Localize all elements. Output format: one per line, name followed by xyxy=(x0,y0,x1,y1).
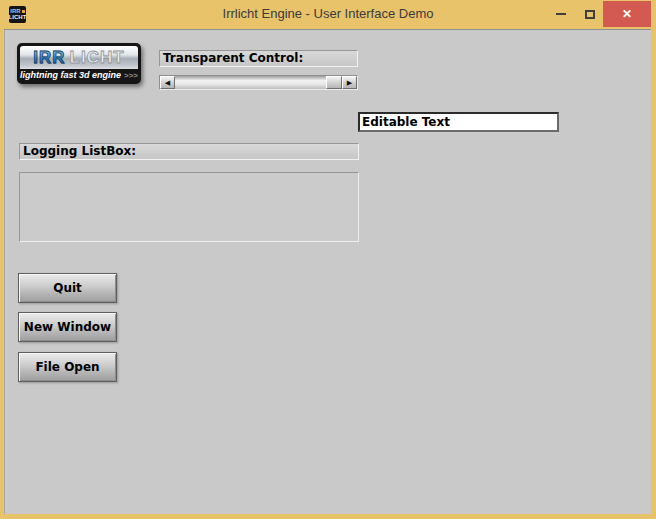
irrlicht-logo: IRR LICHT lightning fast 3d engine >>> xyxy=(17,43,141,84)
maximize-icon xyxy=(585,10,595,19)
client-area: IRR LICHT lightning fast 3d engine >>> T… xyxy=(4,29,651,514)
logo-licht-text: LICHT xyxy=(70,49,125,66)
maximize-button[interactable] xyxy=(576,1,603,27)
scrollbar-left-button[interactable]: ◀ xyxy=(160,76,175,89)
file-open-button[interactable]: File Open xyxy=(18,352,117,382)
close-icon: ✕ xyxy=(622,8,632,20)
minimize-icon xyxy=(556,13,566,15)
irrlicht-logo-wordmark: IRR LICHT xyxy=(20,46,138,69)
transparent-control-label: Transparent Control: xyxy=(159,50,358,67)
editable-text-input[interactable] xyxy=(358,112,559,132)
right-arrow-icon: ▶ xyxy=(347,79,352,86)
scrollbar-right-button[interactable]: ▶ xyxy=(342,76,357,89)
alpha-scrollbar[interactable]: ◀ ▶ xyxy=(159,75,358,90)
logo-irr-text: IRR xyxy=(33,49,65,66)
left-arrow-icon: ◀ xyxy=(165,79,170,86)
quit-button[interactable]: Quit xyxy=(18,273,117,303)
close-button[interactable]: ✕ xyxy=(603,1,651,27)
logging-listbox[interactable] xyxy=(19,172,359,242)
logo-tagline-text: lightning fast 3d engine xyxy=(20,70,121,80)
app-window: IRR LICHT Irrlicht Engine - User Interfa… xyxy=(0,0,656,519)
logo-tagline: lightning fast 3d engine >>> xyxy=(20,69,138,81)
new-window-button[interactable]: New Window xyxy=(18,312,117,342)
titlebar[interactable]: IRR LICHT Irrlicht Engine - User Interfa… xyxy=(0,0,656,29)
logging-listbox-label: Logging ListBox: xyxy=(19,143,359,160)
logo-tagline-arrows: >>> xyxy=(124,71,138,80)
minimize-button[interactable] xyxy=(546,1,576,27)
alpha-scrollbar-thumb[interactable] xyxy=(326,76,342,89)
